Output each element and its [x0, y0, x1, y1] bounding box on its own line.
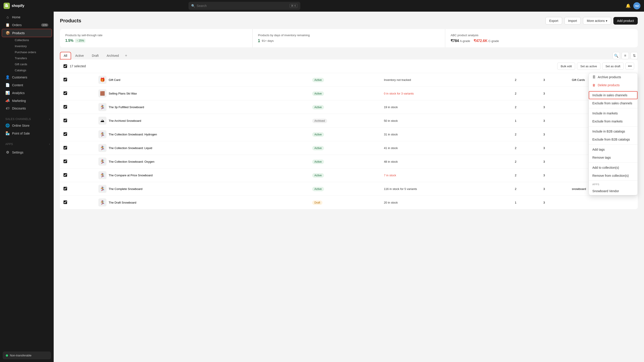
row-checkbox[interactable]: [64, 200, 67, 204]
dropdown-item-add-to-collection(s)[interactable]: Add to collection(s): [589, 164, 638, 172]
table-row[interactable]: 🎁 Gift Card Active Inventory not tracked…: [60, 73, 638, 87]
sidebar-item-discounts[interactable]: 🏷 Discounts: [2, 105, 52, 112]
analytics-card-inventory-days: Products by days of inventory remaining …: [253, 29, 445, 47]
sidebar-item-purchase-orders[interactable]: Purchase orders: [12, 49, 52, 55]
purchase-orders-label: Purchase orders: [15, 50, 49, 54]
sidebar-item-home[interactable]: ⌂ Home: [2, 13, 52, 21]
sort-button[interactable]: ⇅: [630, 52, 638, 59]
dropdown-item-remove-tags[interactable]: Remove tags: [589, 153, 638, 162]
row-checkbox[interactable]: [64, 160, 67, 163]
sidebar-item-inventory[interactable]: Inventory: [12, 43, 52, 49]
sell-through-badge: ↑ 25%: [75, 39, 85, 43]
search-bar[interactable]: 🔍 ⌘ K: [188, 2, 300, 10]
set-active-button[interactable]: Set as active: [577, 62, 600, 70]
search-filter-button[interactable]: 🔍: [613, 52, 620, 59]
dropdown-item-include-in-b2b-catalogs[interactable]: Include in B2B catalogs: [589, 127, 638, 135]
dropdown-item-delete-products[interactable]: 🗑Delete products: [589, 81, 638, 89]
product-status-cell: Active: [308, 155, 380, 168]
table-row[interactable]: 🏂 The Complete Snowboard Active 116 in s…: [60, 182, 638, 196]
more-actions-button[interactable]: More actions ▾: [583, 17, 611, 24]
sidebar-item-online-store[interactable]: 🌐 Online Store: [2, 122, 52, 129]
sidebar-item-content[interactable]: 📄 Content: [2, 81, 52, 89]
row-checkbox-cell: [60, 87, 95, 100]
logo[interactable]: shopify: [4, 3, 24, 9]
import-button[interactable]: Import: [564, 17, 581, 24]
sidebar-item-point-of-sale[interactable]: 🏪 Point of Sale: [2, 129, 52, 137]
row-checkbox[interactable]: [64, 187, 67, 190]
select-all-checkbox[interactable]: [64, 64, 67, 68]
sell-through-value: 1.5% ↑ 25%: [65, 39, 247, 43]
table-row[interactable]: 🏂 The Collection Snowboard: Hydrogen Act…: [60, 128, 638, 141]
sidebar-item-settings[interactable]: ⚙ Settings: [2, 148, 52, 156]
avatar[interactable]: raz: [633, 2, 640, 9]
row-checkbox[interactable]: [64, 105, 67, 109]
sidebar-item-products[interactable]: 📦 Products: [2, 29, 52, 37]
row-checkbox[interactable]: [64, 91, 67, 95]
tab-all[interactable]: All: [60, 52, 71, 59]
dropdown-item-exclude-from-sales-channels[interactable]: Exclude from sales channels: [589, 99, 638, 107]
dropdown-item-include-in-sales-channels[interactable]: Include in sales channels: [589, 91, 638, 99]
table-row[interactable]: 🏂 The Draft Snowboard Draft 20 in stock …: [60, 196, 638, 209]
non-transferable-item[interactable]: Non-transferable: [3, 352, 51, 359]
product-status-cell: Active: [308, 182, 380, 196]
dropdown-item-exclude-from-b2b-catalogs[interactable]: Exclude from B2B catalogs: [589, 135, 638, 143]
settings-icon: ⚙: [5, 150, 10, 154]
row-checkbox[interactable]: [64, 119, 67, 122]
more-bulk-actions-button[interactable]: •••: [626, 62, 634, 70]
dropdown-item-include-in-markets[interactable]: Include in markets: [589, 109, 638, 117]
dropdown-item-exclude-from-markets[interactable]: Exclude from markets: [589, 117, 638, 125]
row-checkbox[interactable]: [64, 173, 67, 177]
row-checkbox-cell: [60, 128, 95, 141]
row-checkbox[interactable]: [64, 78, 67, 81]
sidebar-item-gift-cards[interactable]: Gift cards: [12, 61, 52, 67]
products-label: Products: [12, 31, 48, 35]
add-product-button[interactable]: Add product: [613, 17, 638, 24]
sales-channels-expand-icon[interactable]: ›: [49, 117, 50, 121]
table-row[interactable]: 🟫 Selling Plans Ski Wax Active 0 in stoc…: [60, 87, 638, 100]
dropdown-item-snowboard-vendor[interactable]: Snowboard Vendor: [589, 187, 638, 195]
customers-icon: 👤: [5, 75, 10, 79]
product-status-cell: Draft: [308, 196, 380, 209]
bulk-actions: Bulk edit Set as active Set as draft •••: [557, 62, 634, 70]
product-name-cell: 🏂 The Collection Snowboard: Hydrogen: [95, 128, 308, 141]
filter-button[interactable]: ≡: [622, 52, 629, 59]
tab-archived[interactable]: Archived: [103, 52, 122, 59]
table-row[interactable]: 🏂 The Collection Snowboard: Liquid Activ…: [60, 141, 638, 155]
tabs-container: AllActiveDraftArchived+ 🔍 ≡ ⇅: [60, 52, 638, 59]
table-row[interactable]: 🏂 The Collection Snowboard: Oxygen Activ…: [60, 155, 638, 168]
inventory-days-link[interactable]: 1: [258, 39, 260, 43]
sidebar-item-collections[interactable]: Collections: [12, 37, 52, 43]
sidebar-item-analytics[interactable]: 📊 Analytics: [2, 89, 52, 97]
search-input[interactable]: [197, 4, 288, 7]
tab-draft[interactable]: Draft: [88, 52, 102, 59]
sidebar-item-marketing[interactable]: 📣 Marketing: [2, 97, 52, 105]
dropdown-item-add-tags[interactable]: Add tags: [589, 145, 638, 153]
sidebar-item-customers[interactable]: 👤 Customers: [2, 73, 52, 81]
product-channels-cell: 3: [540, 182, 568, 196]
sidebar-item-catalogs[interactable]: Catalogs: [12, 67, 52, 73]
row-checkbox[interactable]: [64, 132, 67, 136]
table-row[interactable]: 🏂 The 3p Fulfilled Snowboard Active 19 i…: [60, 100, 638, 114]
notifications-bell-icon[interactable]: 🔔: [626, 3, 630, 8]
bulk-edit-button[interactable]: Bulk edit: [557, 62, 575, 70]
table-row[interactable]: ⛰ The Archived Snowboard Archived 50 in …: [60, 114, 638, 128]
table-row[interactable]: 🏂 The Compare at Price Snowboard Active …: [60, 168, 638, 182]
inventory-days-value: 1 91+ days: [258, 39, 440, 43]
set-draft-button[interactable]: Set as draft: [602, 62, 624, 70]
dropdown-item-label: Snowboard Vendor: [592, 189, 619, 193]
export-button[interactable]: Export: [546, 17, 562, 24]
dropdown-item-archive-products[interactable]: 🗄Archive products: [589, 73, 638, 81]
sidebar-bottom: Non-transferable: [0, 349, 54, 362]
dropdown-item-remove-from-collection(s)[interactable]: Remove from collection(s): [589, 172, 638, 180]
row-checkbox[interactable]: [64, 146, 67, 149]
sidebar-item-transfers[interactable]: Transfers: [12, 55, 52, 61]
status-badge: Archived: [312, 119, 327, 123]
content-icon: 📄: [5, 83, 10, 87]
discounts-icon: 🏷: [5, 106, 10, 110]
products-icon: 📦: [6, 31, 10, 35]
sidebar-item-orders[interactable]: 📋 Orders 176: [2, 21, 52, 29]
apps-expand-icon[interactable]: ›: [49, 143, 50, 146]
chevron-down-icon: ▾: [606, 19, 607, 22]
add-tab-button[interactable]: +: [123, 52, 129, 59]
tab-active[interactable]: Active: [72, 52, 88, 59]
